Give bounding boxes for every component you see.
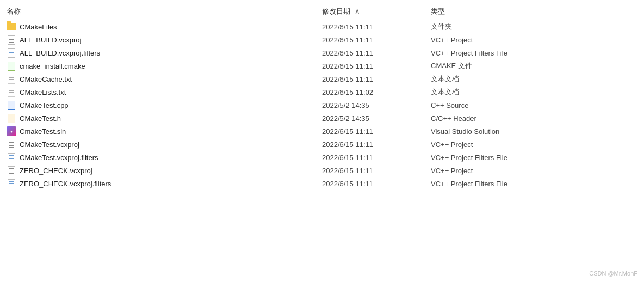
- file-date-cell: 2022/6/15 11:11: [322, 167, 431, 175]
- file-date-cell: 2022/6/15 11:11: [322, 62, 431, 70]
- file-label: CMakeTest.h: [20, 114, 61, 123]
- file-date-cell: 2022/6/15 11:11: [322, 36, 431, 44]
- file-type-cell: VC++ Project: [431, 140, 637, 149]
- file-type-cell: 文本文档: [431, 74, 637, 84]
- file-icon-sln: ♦: [7, 126, 16, 136]
- table-row[interactable]: CMakeTest.vcxproj.filters 2022/6/15 11:1…: [0, 151, 644, 164]
- file-icon-filters: [7, 152, 16, 162]
- file-icon-filters: [7, 179, 16, 188]
- file-date-cell: 2022/5/2 14:35: [322, 114, 431, 123]
- file-label: CMakeLists.txt: [20, 88, 66, 96]
- file-icon-txt: [7, 74, 16, 84]
- file-icon-h: [7, 113, 16, 123]
- file-type-cell: 文件夹: [431, 22, 637, 32]
- file-icon-cpp: [7, 100, 16, 110]
- file-type-cell: VC++ Project: [431, 167, 637, 175]
- table-row[interactable]: CMakeTest.cpp 2022/5/2 14:35 C++ Source: [0, 99, 644, 112]
- col-date-header[interactable]: 修改日期 ∧: [322, 7, 431, 16]
- file-name-cell: cmake_install.cmake: [7, 61, 322, 71]
- table-row[interactable]: ZERO_CHECK.vcxproj.filters 2022/6/15 11:…: [0, 177, 644, 190]
- file-date-cell: 2022/6/15 11:11: [322, 23, 431, 31]
- file-label: CMakeTest.cpp: [20, 101, 69, 109]
- file-icon-filters: [7, 48, 16, 58]
- table-header: 名称 修改日期 ∧ 类型: [0, 4, 644, 19]
- file-name-cell: ZERO_CHECK.vcxproj.filters: [7, 179, 322, 188]
- table-row[interactable]: cmake_install.cmake 2022/6/15 11:11 CMAK…: [0, 59, 644, 72]
- table-row[interactable]: ♦ CmakeTest.sln 2022/6/15 11:11 Visual S…: [0, 125, 644, 138]
- file-icon-txt: [7, 87, 16, 97]
- file-type-cell: VC++ Project Filters File: [431, 180, 637, 188]
- file-explorer: 名称 修改日期 ∧ 类型 CMakeFiles 2022/6/15 11:11 …: [0, 0, 644, 194]
- file-label: ALL_BUILD.vcxproj: [20, 36, 81, 44]
- sort-icon: ∧: [355, 7, 360, 15]
- file-label: CMakeFiles: [20, 23, 57, 31]
- file-date-cell: 2022/6/15 11:11: [322, 127, 431, 136]
- table-row[interactable]: ALL_BUILD.vcxproj 2022/6/15 11:11 VC++ P…: [0, 33, 644, 46]
- file-type-cell: 文本文档: [431, 87, 637, 97]
- file-name-cell: CMakeFiles: [7, 22, 322, 32]
- file-type-cell: CMAKE 文件: [431, 61, 637, 71]
- watermark-text: CSDN @Mr.MonF: [589, 270, 637, 277]
- file-date-cell: 2022/6/15 11:11: [322, 180, 431, 188]
- file-label: cmake_install.cmake: [20, 62, 85, 70]
- file-label: CMakeTest.vcxproj.filters: [20, 154, 98, 162]
- file-list: CMakeFiles 2022/6/15 11:11 文件夹 ALL_BUILD…: [0, 20, 644, 190]
- file-date-cell: 2022/6/15 11:02: [322, 88, 431, 96]
- file-label: ALL_BUILD.vcxproj.filters: [20, 49, 100, 57]
- file-icon-folder: [7, 22, 16, 32]
- file-name-cell: CMakeTest.cpp: [7, 100, 322, 110]
- table-row[interactable]: ALL_BUILD.vcxproj.filters 2022/6/15 11:1…: [0, 46, 644, 59]
- file-name-cell: CMakeTest.vcxproj.filters: [7, 152, 322, 162]
- file-type-cell: Visual Studio Solution: [431, 127, 637, 136]
- file-name-cell: CMakeCache.txt: [7, 74, 322, 84]
- file-type-cell: C/C++ Header: [431, 114, 637, 123]
- file-date-cell: 2022/6/15 11:11: [322, 49, 431, 57]
- file-name-cell: CMakeTest.h: [7, 113, 322, 123]
- file-date-cell: 2022/6/15 11:11: [322, 154, 431, 162]
- file-label: CMakeTest.vcxproj: [20, 140, 79, 149]
- file-type-cell: VC++ Project Filters File: [431, 49, 637, 57]
- file-icon-vcxproj: [7, 139, 16, 149]
- file-icon-vcxproj: [7, 166, 16, 175]
- table-row[interactable]: CMakeTest.h 2022/5/2 14:35 C/C++ Header: [0, 112, 644, 125]
- file-type-cell: C++ Source: [431, 101, 637, 109]
- file-icon-cmake: [7, 61, 16, 71]
- file-icon-vcxproj: [7, 35, 16, 45]
- file-type-cell: VC++ Project: [431, 36, 637, 44]
- file-name-cell: ♦ CmakeTest.sln: [7, 126, 322, 136]
- file-label: CMakeCache.txt: [20, 75, 72, 83]
- file-label: CmakeTest.sln: [20, 127, 66, 136]
- file-name-cell: CMakeLists.txt: [7, 87, 322, 97]
- file-label: ZERO_CHECK.vcxproj: [20, 167, 92, 175]
- col-type-header[interactable]: 类型: [431, 7, 637, 16]
- file-date-cell: 2022/6/15 11:11: [322, 140, 431, 149]
- file-date-cell: 2022/6/15 11:11: [322, 75, 431, 83]
- file-name-cell: ALL_BUILD.vcxproj: [7, 35, 322, 45]
- file-label: ZERO_CHECK.vcxproj.filters: [20, 180, 111, 188]
- table-row[interactable]: CMakeCache.txt 2022/6/15 11:11 文本文档: [0, 72, 644, 85]
- col-name-header[interactable]: 名称: [7, 7, 322, 16]
- file-name-cell: ALL_BUILD.vcxproj.filters: [7, 48, 322, 58]
- file-date-cell: 2022/5/2 14:35: [322, 101, 431, 109]
- table-row[interactable]: CMakeLists.txt 2022/6/15 11:02 文本文档: [0, 85, 644, 99]
- file-type-cell: VC++ Project Filters File: [431, 154, 637, 162]
- table-row[interactable]: CMakeFiles 2022/6/15 11:11 文件夹: [0, 20, 644, 33]
- table-row[interactable]: ZERO_CHECK.vcxproj 2022/6/15 11:11 VC++ …: [0, 164, 644, 177]
- file-name-cell: ZERO_CHECK.vcxproj: [7, 166, 322, 175]
- table-row[interactable]: CMakeTest.vcxproj 2022/6/15 11:11 VC++ P…: [0, 138, 644, 151]
- file-name-cell: CMakeTest.vcxproj: [7, 139, 322, 149]
